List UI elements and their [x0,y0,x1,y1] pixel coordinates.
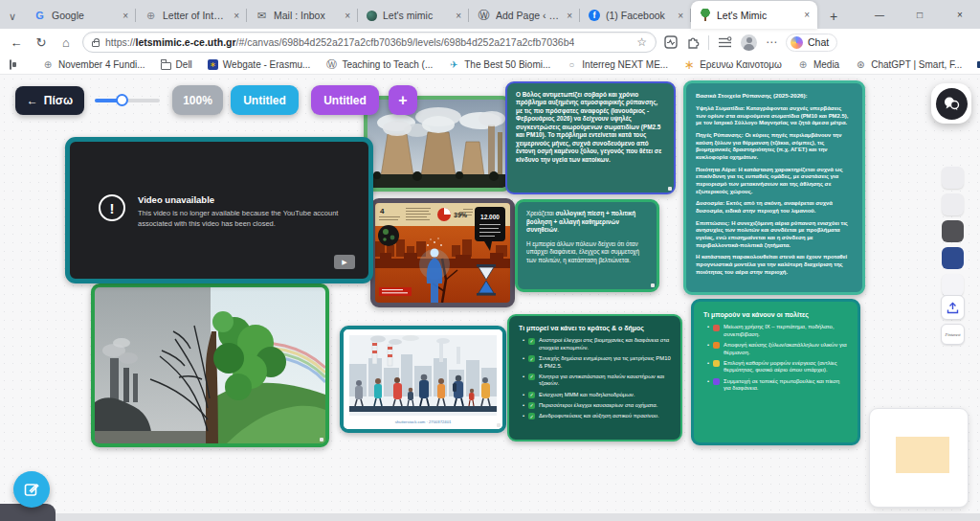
list-item-text: Συμμετοχή σε τοπικές πρωτοβουλίες και πί… [724,378,848,393]
tab-label: Add Page ‹ Let's mimic [496,10,559,21]
pollution-facts-card[interactable]: Βασικά Στοιχεία Ρύπανσης (2025-2026): Υψ… [683,80,865,295]
tab-close-icon[interactable]: × [232,11,241,21]
tab-facebook[interactable]: f (1) Facebook × [580,2,691,29]
address-bar[interactable]: https://letsmimic.e-ce.uth.gr/#/canvas/6… [82,32,657,53]
browser-essentials-icon[interactable] [664,35,678,49]
tab-close-icon[interactable]: × [343,11,352,21]
people-walking-card[interactable]: shutterstock.com · 2700372401 [340,326,506,433]
back-button[interactable]: ← Πίσω [15,86,84,115]
pinterest-button[interactable]: Pinterest [941,324,965,345]
favorite-star-icon[interactable]: ☆ [636,35,647,49]
resize-handle[interactable] [497,423,501,427]
tab-google[interactable]: G Google × [25,2,136,29]
infographic-stat: 4 [380,207,385,215]
knot-icon: ⊛ [855,59,866,70]
compose-button[interactable] [13,471,50,508]
copilot-chat-button[interactable]: Chat [786,34,837,52]
facts-paragraph: Επιπτώσεις: Η συνεχιζόμενη αέρια ρύπανση… [696,220,853,250]
tab-close-icon[interactable]: × [802,10,812,20]
volos-problem-card[interactable]: Ο Βόλος αντιμετωπίζει σοβαρό και χρόνιο … [505,81,676,194]
video-card[interactable]: ! Video unavailable This video is no lon… [65,137,373,283]
tab-letter-of-intent[interactable]: ⊕ Letter of Intent Assista × [136,2,247,29]
add-frame-button[interactable]: + [389,85,417,115]
facts-paragraph: Δυσοσμία: Εκτός από τη σκόνη, αναφέρεται… [696,200,853,215]
minimize-button[interactable]: — [859,0,900,29]
bookmark-interreg[interactable]: ○Interreg NEXT ME... [566,59,668,70]
tab-search-chevron-icon[interactable]: ∨ [0,4,25,29]
home-icon[interactable]: ⌂ [57,35,75,50]
resize-handle[interactable] [320,438,323,442]
tab-wordpress-add-page[interactable]: Ⓦ Add Page ‹ Let's mimic × [469,2,580,29]
state-actions-card[interactable]: Τι μπορεί να κάνει το κράτος & ο δήμος ✓… [507,314,682,442]
tab-label: Let's mimic [383,10,448,21]
bookmark-ereyno[interactable]: ∗Ερευνω Καινοτομω [683,57,782,72]
upload-icon [947,302,959,314]
bookmark-media[interactable]: ⊕Media [797,59,839,70]
mimic-canvas[interactable]: ← Πίσω 100% Untitled Untitled + [0,75,980,521]
tab-lets-mimic[interactable]: Let's mimic × [358,2,469,29]
minimap-viewport[interactable] [896,437,949,473]
tab-close-icon[interactable]: × [676,11,685,21]
youtube-play-button[interactable]: ▶ [334,255,355,269]
panel-thumbnail-1[interactable] [942,167,964,189]
powerplant-image-card[interactable] [364,96,511,192]
horizontal-scrollbar[interactable] [0,513,980,521]
url-text[interactable]: https://letsmimic.e-ce.uth.gr/#/canvas/6… [105,36,574,48]
minimap[interactable] [869,408,969,508]
bookmark-label: Webgate - Erasmu... [223,59,311,70]
facebook-favicon: f [589,10,600,21]
tab-lets-mimic-active[interactable]: Let's Mimic × [691,1,817,29]
tab-label: Letter of Intent Assista [163,10,226,21]
list-item-text: Περισσότεροι έλεγχοι καυσαερίων στα οχήμ… [539,402,657,410]
resize-handle[interactable] [668,187,672,191]
wordpress-icon: Ⓦ [325,57,337,72]
bookmark-november4[interactable]: ⊕November 4 Fundi... [42,59,145,70]
list-item: ✓Κίνητρα για αντικατάσταση παλιών καυστή… [519,374,671,388]
upload-button[interactable] [941,295,965,320]
close-window-button[interactable]: × [940,0,980,29]
car-icon [713,325,720,331]
sidebar-toggle-icon[interactable] [10,59,11,70]
tab-close-icon[interactable]: × [565,11,574,21]
more-menu-icon[interactable]: ⋯ [766,35,777,49]
bookmark-dell-folder[interactable]: Dell [161,59,192,70]
resize-handle[interactable] [651,283,655,287]
citizen-actions-card[interactable]: Τι μπορούν να κάνουν οι πολίτες Μείωση χ… [691,299,860,445]
refresh-icon[interactable]: ↻ [33,35,50,50]
new-tab-button[interactable]: + [821,4,846,29]
collective-lead: Χρειάζεται συλλογική πίεση + πολιτική βο… [526,210,648,235]
maximize-button[interactable]: □ [900,0,940,29]
collective-action-card[interactable]: Χρειάζεται συλλογική πίεση + πολιτική βο… [515,199,659,292]
people-walking-image: shutterstock.com · 2700372401 [344,329,502,429]
profile-avatar[interactable] [741,34,757,51]
copilot-icon [791,36,803,49]
bookmark-label: November 4 Fundi... [58,59,145,70]
panel-thumbnail-2[interactable] [942,193,964,215]
bookmark-teaching[interactable]: ⓌTeaching to Teach (... [325,57,433,72]
extensions-icon[interactable] [686,35,700,49]
tab-mail-inbox[interactable]: ✉ Mail : Inbox × [247,2,358,29]
bookmark-chatgpt[interactable]: ⊛ChatGPT | Smart, F... [855,59,962,70]
zoom-slider[interactable] [95,99,160,102]
bookmark-biomi[interactable]: ✈The Best 50 Biomi... [448,59,550,70]
list-item: ✓Ενίσχυση ΜΜΜ και ποδηλατοδρόμων. [519,392,671,399]
comments-button[interactable] [931,83,971,124]
zoom-slider-handle[interactable] [116,94,128,106]
back-icon[interactable]: ← [8,35,25,50]
color-swatch-dark[interactable] [942,220,964,242]
facts-paragraph: Πηγές Ρύπανσης: Οι κύριες πηγές περιλαμβ… [696,132,853,162]
list-item: ✓Δενδροφυτεύσεις και αύξηση αστικού πρασ… [519,413,671,420]
favorites-bar-icon[interactable] [718,36,732,49]
fire-icon [713,342,720,349]
infographic-card[interactable]: 4 39% 12.000 [370,198,515,307]
tab-close-icon[interactable]: × [454,11,463,21]
bookmark-webgate[interactable]: ∗Webgate - Erasmu... [208,59,311,70]
frame-tab-untitled-2[interactable]: Untitled [311,85,379,115]
color-swatch-blue[interactable] [942,247,964,269]
tree-image-card[interactable] [91,283,329,447]
panel-thumbnail-3[interactable] [942,274,964,296]
list-item: Επιλογή καθαρών μορφών ενέργειας (αντλίε… [703,360,848,374]
tab-close-icon[interactable]: × [121,11,130,21]
check-icon: ✓ [528,392,535,398]
frame-tab-untitled-1[interactable]: Untitled [231,85,299,115]
